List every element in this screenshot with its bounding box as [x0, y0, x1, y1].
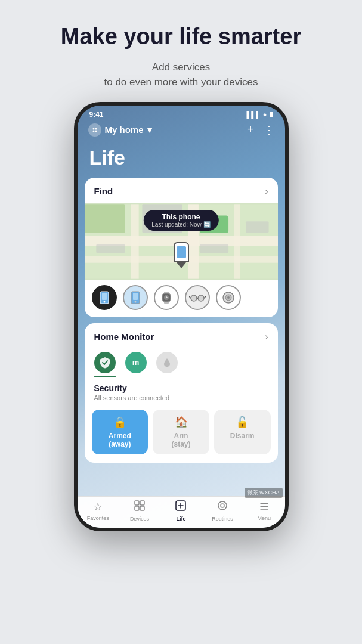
nav-menu[interactable]: ☰ Menu	[243, 500, 285, 521]
svg-point-2	[92, 130, 94, 132]
svg-rect-7	[131, 204, 139, 278]
nav-devices[interactable]: Devices	[119, 500, 160, 522]
life-label: Life	[176, 516, 185, 522]
device-phone-1[interactable]	[92, 285, 117, 310]
home-monitor-header: Home Monitor ›	[85, 323, 278, 348]
home-label[interactable]: My home ▾	[88, 123, 152, 137]
svg-rect-14	[199, 244, 228, 253]
home-monitor-title: Home Monitor	[94, 332, 154, 342]
find-card-title: Find	[94, 186, 113, 196]
dropdown-icon: ▾	[147, 125, 152, 135]
tooltip-sub: Last updated: Now 🔄	[151, 221, 210, 228]
bottom-nav: ☆ Favorites Devices	[78, 496, 285, 528]
find-card-header: Find ›	[85, 178, 278, 203]
pin-tail	[177, 262, 186, 268]
monitor-tab-motion[interactable]: m	[125, 352, 147, 373]
svg-rect-13	[96, 244, 125, 253]
wifi-icon: ●	[263, 111, 267, 118]
svg-rect-9	[234, 204, 240, 278]
security-info: Security All sensors are connected	[85, 377, 278, 405]
nav-routines[interactable]: Routines	[202, 500, 243, 522]
disarm-label: Disarm	[230, 432, 255, 440]
svg-point-42	[221, 504, 224, 507]
svg-rect-37	[140, 501, 144, 505]
home-text: My home	[105, 125, 144, 135]
more-button[interactable]: ⋮	[264, 123, 274, 137]
device-row	[85, 280, 278, 317]
monitor-tab-security[interactable]	[94, 352, 116, 373]
top-bar: My home ▾ + ⋮	[78, 121, 285, 141]
favorites-icon: ☆	[93, 500, 103, 513]
armed-icon: 🔒	[113, 416, 126, 429]
monitor-tab-water[interactable]	[156, 352, 178, 373]
device-glasses[interactable]	[185, 285, 210, 310]
monitor-tabs: m	[85, 348, 278, 377]
devices-label: Devices	[130, 516, 149, 522]
find-card-arrow[interactable]: ›	[265, 186, 268, 197]
svg-rect-15	[246, 221, 269, 233]
status-icons: ▌▌▌ ● ▮	[246, 110, 273, 118]
hero-title: Make your life smarter	[61, 24, 301, 50]
page-title: Life	[78, 141, 285, 178]
tooltip-title: This phone	[151, 213, 210, 221]
find-card[interactable]: Find ›	[85, 178, 278, 317]
security-subtitle: All sensors are connected	[94, 394, 268, 401]
routines-icon	[217, 500, 228, 514]
battery-icon: ▮	[270, 110, 273, 118]
map-tooltip: This phone Last updated: Now 🔄	[143, 210, 218, 231]
pin-screen	[177, 246, 186, 258]
disarm-button[interactable]: 🔓 Disarm	[214, 410, 271, 455]
arm-stay-icon: 🏠	[175, 416, 188, 429]
pin-device	[174, 242, 189, 262]
svg-point-21	[134, 301, 136, 302]
svg-point-18	[103, 301, 105, 302]
favorites-label: Favorites	[87, 515, 109, 521]
map-area[interactable]: This phone Last updated: Now 🔄	[85, 203, 278, 280]
svg-rect-39	[140, 506, 144, 510]
phone-frame: 9:41 ▌▌▌ ● ▮	[74, 102, 289, 531]
top-bar-actions: + ⋮	[247, 123, 274, 137]
svg-point-0	[92, 128, 94, 129]
svg-point-35	[227, 296, 230, 299]
home-monitor-arrow[interactable]: ›	[265, 332, 268, 342]
map-pin	[174, 242, 189, 268]
armed-label: Armed(away)	[109, 432, 131, 449]
nav-life[interactable]: Life	[160, 500, 202, 522]
motion-icon: m	[132, 358, 140, 367]
menu-icon: ☰	[259, 500, 269, 513]
status-bar: 9:41 ▌▌▌ ● ▮	[78, 106, 285, 121]
signal-icon: ▌▌▌	[246, 111, 260, 118]
routines-label: Routines	[212, 516, 233, 522]
svg-rect-38	[135, 506, 139, 510]
home-monitor-card[interactable]: Home Monitor › m	[85, 323, 278, 463]
arm-stay-button[interactable]: 🏠 Arm(stay)	[153, 410, 209, 455]
armed-away-button[interactable]: 🔒 Armed(away)	[92, 410, 148, 455]
nav-favorites[interactable]: ☆ Favorites	[78, 500, 119, 521]
svg-line-31	[189, 296, 191, 298]
status-time: 9:41	[89, 110, 104, 119]
svg-point-41	[218, 501, 227, 510]
devices-icon	[134, 500, 145, 514]
svg-point-1	[95, 128, 97, 129]
svg-rect-11	[85, 204, 125, 233]
phone-screen: 9:41 ▌▌▌ ● ▮	[78, 106, 285, 528]
svg-line-32	[204, 296, 206, 298]
add-button[interactable]: +	[247, 123, 254, 136]
phone-mockup: 9:41 ▌▌▌ ● ▮	[74, 102, 289, 531]
svg-point-29	[198, 295, 204, 301]
disarm-icon: 🔓	[236, 416, 249, 429]
device-phone-2[interactable]	[123, 285, 148, 310]
device-tracker[interactable]	[216, 285, 241, 310]
action-buttons: 🔒 Armed(away) 🏠 Arm(stay) 🔓 Disarm	[85, 405, 278, 463]
svg-rect-36	[135, 501, 139, 505]
device-watch[interactable]	[154, 285, 179, 310]
hero-subtitle: Add servicesto do even more with your de…	[61, 60, 301, 90]
svg-rect-20	[133, 293, 138, 300]
svg-point-28	[191, 295, 197, 301]
hero-section: Make your life smarter Add servicesto do…	[43, 0, 319, 102]
menu-label: Menu	[257, 515, 271, 521]
life-icon	[175, 500, 186, 514]
svg-rect-17	[102, 293, 107, 300]
screen-content[interactable]: Find ›	[78, 178, 285, 496]
svg-point-3	[95, 130, 97, 132]
